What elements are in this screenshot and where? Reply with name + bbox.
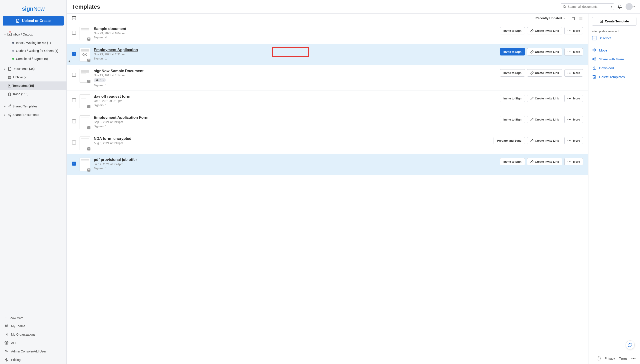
document-thumbnail[interactable]: T — [80, 136, 90, 150]
terms-link[interactable]: Terms — [619, 357, 627, 360]
row-checkbox[interactable] — [72, 31, 76, 34]
nav-shared-documents[interactable]: ▸ Shared Documents — [0, 110, 66, 119]
invite-to-sign-button[interactable]: Prepare and Send — [494, 137, 525, 144]
more-button[interactable]: ••• More — [564, 69, 583, 76]
row-date: Nov 23, 2021 at 6:04pm — [94, 32, 496, 35]
nav-admin[interactable]: Admin Console/Add User — [0, 347, 66, 356]
sort-order-button[interactable] — [572, 16, 576, 20]
action-share[interactable]: Share with Team — [592, 57, 636, 61]
help-icon[interactable]: ? — [597, 356, 601, 360]
nav-completed[interactable]: Completed / Signed (6) — [0, 55, 66, 63]
row-checkbox[interactable] — [72, 140, 76, 144]
invite-to-sign-button[interactable]: Invite to Sign — [500, 116, 525, 123]
row-title[interactable]: Employment Application Form — [94, 116, 496, 120]
document-thumbnail[interactable]: T — [80, 94, 90, 108]
invite-to-sign-button[interactable]: Invite to Sign — [500, 95, 525, 102]
create-invite-link-button[interactable]: Create Invite Link — [527, 27, 562, 34]
show-more-toggle[interactable]: ⌃ Show More — [0, 314, 66, 322]
link-icon — [530, 118, 534, 121]
invite-to-sign-button[interactable]: Invite to Sign — [500, 158, 525, 165]
more-button[interactable]: ••• More — [564, 158, 583, 165]
nav-documents[interactable]: ▸ Documents (34) — [0, 64, 66, 73]
row-title[interactable]: NDA form_encrypted_ — [94, 136, 490, 141]
more-button[interactable]: ••• More — [564, 48, 583, 56]
template-row[interactable]: T Employment Application Nov 23, 2021 at… — [67, 44, 588, 65]
nav-api[interactable]: API — [0, 339, 66, 347]
action-move[interactable]: Move — [592, 48, 636, 52]
nav-outbox-waiting[interactable]: Outbox / Waiting for Others (1) — [0, 47, 66, 55]
document-thumbnail[interactable]: T — [80, 48, 90, 62]
nav-my-teams[interactable]: My Teams — [0, 322, 66, 330]
sort-dropdown[interactable]: Recently Updated ▾ — [536, 16, 565, 20]
create-invite-link-button[interactable]: Create Invite Link — [527, 116, 562, 123]
invite-to-sign-button[interactable]: Invite to Sign — [500, 69, 525, 76]
row-checkbox[interactable] — [72, 162, 76, 166]
row-checkbox[interactable] — [72, 73, 76, 77]
more-button[interactable]: ••• More — [564, 137, 583, 144]
row-title[interactable]: pdf provisional job offer — [94, 158, 496, 162]
row-checkbox[interactable] — [72, 52, 76, 56]
row-title[interactable]: signNow Sample Document — [94, 69, 496, 73]
create-invite-link-button[interactable]: Create Invite Link — [527, 48, 562, 56]
nav-templates[interactable]: Templates (15) — [0, 82, 66, 90]
row-date: Aug 6, 2021 at 1:16pm — [94, 142, 490, 145]
template-row[interactable]: T pdf provisional job offer Jul 12, 2021… — [67, 154, 588, 175]
svg-point-18 — [595, 57, 596, 58]
template-row[interactable]: T Employment Application Form Sep 8, 202… — [67, 112, 588, 133]
create-invite-link-button[interactable]: Create Invite Link — [527, 69, 562, 76]
create-invite-link-button[interactable]: Create Invite Link — [527, 95, 562, 102]
actions-panel: Create Template 4 templates selected Des… — [588, 14, 640, 364]
user-menu[interactable]: ▾ — [625, 3, 635, 10]
row-checkbox[interactable] — [72, 98, 76, 102]
dots-icon: ••• — [567, 139, 572, 142]
privacy-link[interactable]: Privacy — [605, 357, 615, 360]
template-row[interactable]: T signNow Sample Document Nov 23, 2021 a… — [67, 65, 588, 91]
template-row[interactable]: T Sample document Nov 23, 2021 at 6:04pm… — [67, 23, 588, 44]
nav-my-orgs[interactable]: My Organizations — [0, 330, 66, 339]
create-invite-link-button[interactable]: Create Invite Link — [527, 137, 562, 144]
invite-to-sign-button[interactable]: Invite to Sign — [500, 27, 525, 34]
more-menu[interactable]: ••• — [631, 357, 636, 360]
upload-or-create-button[interactable]: Upload or Create — [3, 16, 64, 26]
upload-button-label: Upload or Create — [22, 19, 51, 23]
more-button[interactable]: ••• More — [564, 27, 583, 34]
nav-inbox-outbox[interactable]: ▾ Inbox / Outbox — [0, 30, 66, 39]
select-all-checkbox[interactable] — [72, 16, 76, 20]
row-checkbox[interactable] — [72, 120, 76, 124]
create-invite-link-button[interactable]: Create Invite Link — [527, 158, 562, 165]
invite-to-sign-button[interactable]: Invite to Sign — [500, 48, 525, 56]
chevron-down-icon[interactable]: ▾ — [609, 6, 612, 8]
action-delete[interactable]: Delete Templates — [592, 74, 636, 79]
row-title[interactable]: day off request form — [94, 94, 496, 99]
nav-inbox-waiting[interactable]: Inbox / Waiting for Me (1) — [0, 39, 66, 47]
more-button[interactable]: ••• More — [564, 116, 583, 123]
view-list-button[interactable] — [579, 16, 583, 20]
signers-pill[interactable]: 1› — [94, 78, 106, 82]
action-download[interactable]: Download — [592, 66, 636, 70]
deselect-button[interactable]: Deselect — [592, 36, 636, 40]
more-button[interactable]: ••• More — [564, 95, 583, 102]
nav-archive[interactable]: Archive (7) — [0, 73, 66, 82]
list-header: Recently Updated ▾ — [67, 14, 588, 23]
document-thumbnail[interactable]: T — [80, 158, 90, 171]
row-title[interactable]: Sample document — [94, 27, 496, 31]
notifications-button[interactable] — [617, 4, 622, 9]
template-row[interactable]: T NDA form_encrypted_ Aug 6, 2021 at 1:1… — [67, 133, 588, 154]
search-input[interactable] — [568, 5, 607, 8]
document-thumbnail[interactable]: T — [80, 116, 90, 129]
search-box[interactable]: ▾ — [561, 3, 614, 10]
create-template-button[interactable]: Create Template — [592, 17, 636, 26]
document-thumbnail[interactable]: T — [80, 69, 90, 82]
document-thumbnail[interactable]: T — [80, 27, 90, 40]
dots-icon: ••• — [567, 160, 572, 163]
row-date: Oct 1, 2021 at 2:13pm — [94, 99, 496, 102]
nav-label: Inbox / Outbox — [13, 33, 33, 36]
help-chat-button[interactable] — [626, 340, 635, 349]
nav-trash[interactable]: Trash (113) — [0, 90, 66, 98]
nav-shared-templates[interactable]: ▸ Shared Templates — [0, 102, 66, 110]
template-row[interactable]: T day off request form Oct 1, 2021 at 2:… — [67, 91, 588, 112]
template-list: Recently Updated ▾ T Sample document Nov… — [67, 14, 588, 364]
nav-pricing[interactable]: Pricing — [0, 356, 66, 364]
row-title[interactable]: Employment Application — [94, 48, 496, 52]
svg-point-6 — [10, 113, 11, 114]
